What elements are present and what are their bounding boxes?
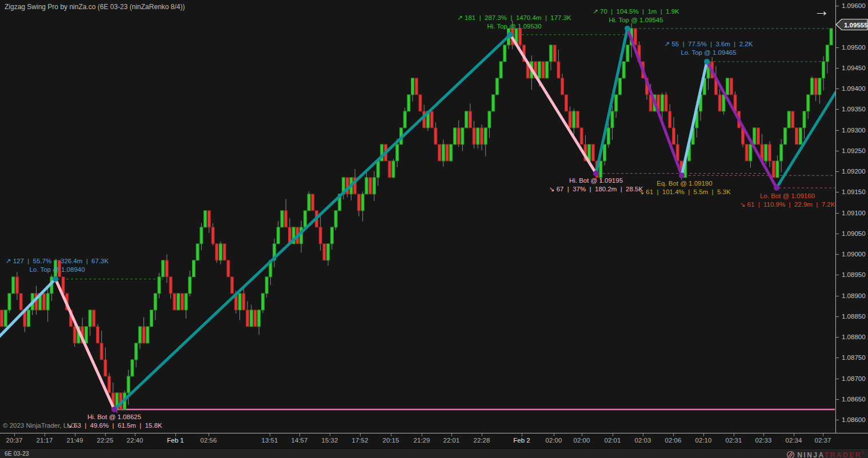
price-axis[interactable]: 1.096001.095001.094501.094001.093501.093… <box>835 0 868 433</box>
price-axis-tick <box>836 357 839 358</box>
price-axis-tick <box>836 296 839 296</box>
price-axis-label: 1.08750 <box>842 354 866 361</box>
price-axis-tick <box>836 109 839 110</box>
price-axis-tick <box>836 47 839 48</box>
price-axis-label: 1.09450 <box>842 65 866 71</box>
price-axis-label: 1.08700 <box>842 375 866 382</box>
logo-text-ninja: NINJA <box>797 451 825 458</box>
time-axis-tick <box>582 433 582 436</box>
time-axis-label: 02:10 <box>695 437 712 444</box>
price-axis-tick <box>836 89 839 89</box>
time-axis-label: 17:52 <box>352 437 369 444</box>
time-axis-tick <box>209 433 209 436</box>
time-axis-label: 02:56 <box>201 437 217 444</box>
time-axis-tick <box>75 433 75 436</box>
time-axis-tick <box>422 433 422 436</box>
time-axis[interactable]: 20:3721:1721:4922:2522:40Feb 102:5613:51… <box>0 433 868 449</box>
time-axis-label: 21:29 <box>414 437 430 444</box>
copyright-text: © 2023 NinjaTrader, LLC <box>3 422 75 429</box>
price-axis-tick <box>836 420 839 420</box>
current-price-value: 1.09555 <box>844 21 868 28</box>
time-axis-label: 02:01 <box>605 437 621 444</box>
price-axis-tick <box>836 337 839 338</box>
time-axis-label: 20:15 <box>383 437 399 444</box>
price-axis-label: 1.09000 <box>842 251 866 258</box>
price-axis-tick <box>836 130 839 131</box>
ninjatrader-chart-window: { "window": { "title": "Zigzag Swing Pro… <box>0 0 868 458</box>
time-axis-label: 13:51 <box>262 437 278 444</box>
time-axis-label: 15:32 <box>322 437 338 444</box>
ninjatrader-logo: NINJATRADER® <box>786 449 865 458</box>
time-axis-label: 14:57 <box>291 437 308 444</box>
time-axis-tick <box>734 433 734 436</box>
price-axis-tick <box>836 316 839 317</box>
time-axis-tick <box>135 433 135 436</box>
time-axis-tick <box>554 433 554 436</box>
time-axis-tick <box>105 433 106 436</box>
time-axis-tick <box>794 433 794 436</box>
price-axis-label: 1.08650 <box>842 396 866 403</box>
price-axis-label: 1.09350 <box>842 106 866 113</box>
price-axis-label: 1.09250 <box>842 147 866 154</box>
logo-text-trader: TRADER <box>825 451 862 458</box>
time-axis-label: 02:33 <box>755 437 772 444</box>
logo-registered-mark: ® <box>862 451 865 455</box>
time-axis-label: 21:17 <box>37 437 53 444</box>
time-axis-tick <box>763 433 764 436</box>
time-axis-tick <box>823 433 823 436</box>
price-axis-label: 1.09200 <box>842 168 866 175</box>
time-axis-tick <box>522 433 522 436</box>
time-axis-label: 02:00 <box>546 437 562 444</box>
time-axis-label: 02:00 <box>574 437 590 444</box>
price-axis-tick <box>836 151 839 151</box>
price-axis-label: 1.09400 <box>842 85 866 92</box>
time-axis-label: Feb 2 <box>513 437 530 444</box>
price-axis-label: 1.09100 <box>842 210 866 216</box>
price-axis-tick <box>836 171 839 172</box>
time-axis-tick <box>482 433 482 436</box>
price-axis-tick <box>836 254 839 255</box>
time-axis-label: 22:25 <box>97 437 114 444</box>
time-axis-tick <box>643 433 643 436</box>
price-axis-tick <box>836 213 839 214</box>
time-axis-label: 02:31 <box>726 437 742 444</box>
go-to-latest-arrow-icon[interactable]: → <box>814 0 829 22</box>
price-axis-label: 1.08900 <box>842 292 866 299</box>
time-axis-tick <box>673 433 674 436</box>
time-axis-label: 02:37 <box>815 437 831 444</box>
time-axis-tick <box>330 433 330 436</box>
time-axis-tick <box>391 433 391 436</box>
price-axis-label: 1.09050 <box>842 230 866 237</box>
price-axis-label: 1.09300 <box>842 127 866 134</box>
time-axis-label: 02:03 <box>635 437 651 444</box>
ninjatrader-logo-icon <box>786 451 795 458</box>
current-price-marker: 1.09555 <box>835 18 868 31</box>
price-axis-label: 1.08950 <box>842 271 866 278</box>
time-axis-tick <box>175 433 176 436</box>
price-axis-tick <box>836 234 839 234</box>
time-axis-label: 22:28 <box>474 437 490 444</box>
price-axis-tick <box>836 192 839 192</box>
price-axis-label: 1.09150 <box>842 188 866 195</box>
price-axis-tick <box>836 275 839 275</box>
price-axis-tick <box>836 6 839 6</box>
time-axis-tick <box>451 433 452 436</box>
time-axis-label: 20:37 <box>6 437 23 444</box>
instrument-tab[interactable]: 6E 03-23 <box>5 450 29 457</box>
time-axis-tick <box>299 433 300 436</box>
indicator-title: Zigzag Swing Pro by ninZa.co (6E 03-23 (… <box>5 3 185 11</box>
chart-plot-area[interactable]: ↗ 127 | 55.7% | 326.4m | 67.3KLo. Top @ … <box>0 0 835 433</box>
time-axis-label: Feb 1 <box>167 437 183 444</box>
price-axis-label: 1.09600 <box>842 2 866 9</box>
price-axis-label: 1.08600 <box>842 416 866 423</box>
time-axis-label: 22:40 <box>127 437 143 444</box>
price-axis-label: 1.08850 <box>842 313 866 320</box>
time-axis-label: 21:49 <box>67 437 83 444</box>
time-axis-tick <box>703 433 704 436</box>
price-axis-tick <box>836 68 839 69</box>
time-axis-tick <box>270 433 270 436</box>
chart-canvas[interactable] <box>0 0 835 433</box>
candles-layer <box>1 29 833 409</box>
time-axis-tick <box>14 433 15 436</box>
price-axis-label: 1.08800 <box>842 334 866 340</box>
